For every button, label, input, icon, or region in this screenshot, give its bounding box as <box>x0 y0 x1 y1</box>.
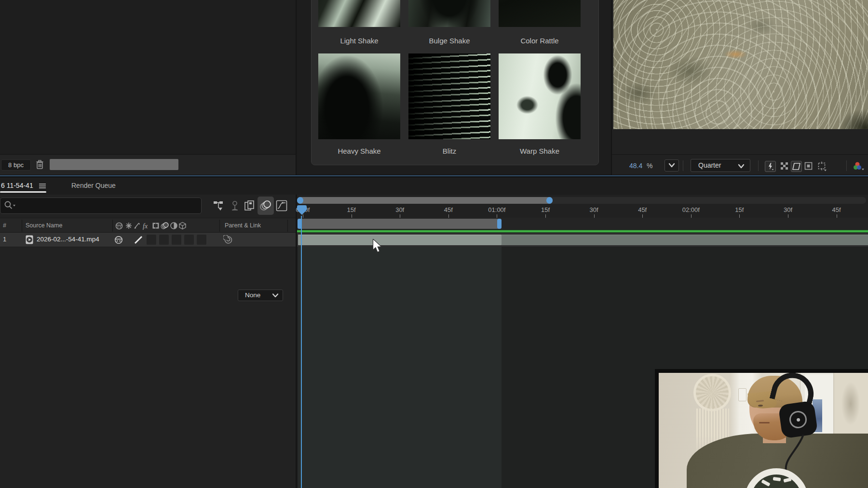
timeline-column-header: # Source Name fx <box>0 218 296 233</box>
macrame-wall-hanging <box>691 374 735 420</box>
magnification-value[interactable]: 48.4 <box>629 162 642 170</box>
navigator-start-handle[interactable] <box>297 197 303 204</box>
layer-duration-bar-outside[interactable] <box>502 235 868 245</box>
column-index[interactable]: # <box>3 222 6 229</box>
layer-index: 1 <box>3 236 6 243</box>
divider <box>612 154 868 155</box>
ruler-tick-mark <box>642 214 643 218</box>
divider[interactable] <box>112 220 113 232</box>
composition-mini-flowchart-button[interactable] <box>213 199 225 212</box>
video-footage-icon <box>25 235 34 245</box>
project-panel-footer: 8 bpc <box>0 154 296 175</box>
webcam-video <box>659 373 868 488</box>
grid-guides-button[interactable] <box>816 161 827 172</box>
magnification-dropdown[interactable] <box>665 159 679 171</box>
graph-editor-button[interactable] <box>275 199 288 212</box>
ruler-tick-mark <box>739 214 740 218</box>
resolution-value: Quarter <box>698 161 721 169</box>
ruler-tick-mark <box>400 214 400 218</box>
quality-icon <box>133 222 141 230</box>
work-area-end-handle[interactable] <box>497 219 502 229</box>
composition-viewer-panel <box>612 0 868 175</box>
draft-3d-button[interactable] <box>229 199 241 212</box>
preset-thumbnail-warp-shake[interactable] <box>499 53 581 139</box>
layer-row[interactable]: 1 2026-02...-54-41.mp4 <box>0 233 296 247</box>
time-navigator-bar[interactable] <box>297 197 553 204</box>
ruler-tick-label: 30f <box>590 206 598 213</box>
magnification-unit: % <box>647 162 652 170</box>
ruler-tick-label: 45f <box>638 206 647 213</box>
switch-slot[interactable] <box>184 235 194 245</box>
ruler-tick-label: 30f <box>784 206 792 213</box>
preset-thumbnail-bulge-shake[interactable] <box>408 0 490 27</box>
column-source-name[interactable]: Source Name <box>26 222 62 229</box>
divider[interactable] <box>219 220 220 232</box>
3d-layer-icon <box>178 222 187 230</box>
divider <box>758 160 759 171</box>
time-navigator-track[interactable] <box>297 197 866 204</box>
shy-icon[interactable] <box>114 235 123 244</box>
region-of-interest-button[interactable] <box>803 161 814 172</box>
headphones-earcup <box>778 400 818 439</box>
preset-label-blitz: Blitz <box>408 147 490 155</box>
mask-visibility-icon <box>791 161 801 171</box>
mask-visibility-button[interactable] <box>791 161 802 172</box>
effects-icon: fx <box>142 222 152 230</box>
horizontal-scrollbar[interactable] <box>50 159 178 170</box>
motion-blur-icon <box>259 199 272 212</box>
graph-editor-icon <box>275 199 288 212</box>
channel-settings-button[interactable] <box>853 161 864 172</box>
preset-thumbnail-blitz[interactable] <box>408 53 490 139</box>
channel-settings-icon <box>853 161 865 172</box>
active-tab-underline <box>0 191 46 193</box>
fast-previews-icon <box>765 161 775 171</box>
tab-render-queue[interactable]: Render Queue <box>71 182 116 189</box>
divider <box>846 160 847 171</box>
divider[interactable] <box>287 220 288 232</box>
panel-menu-icon[interactable] <box>39 183 46 189</box>
quality-best-icon[interactable] <box>133 235 144 245</box>
preset-thumbnail-heavy-shake[interactable] <box>318 53 400 139</box>
layer-source-name[interactable]: 2026-02...-54-41.mp4 <box>37 236 99 243</box>
resolution-dropdown[interactable]: Quarter <box>691 159 750 172</box>
preset-thumbnail-light-shake[interactable] <box>318 0 400 27</box>
divider[interactable] <box>22 220 22 232</box>
parent-link-dropdown[interactable]: None <box>238 290 283 301</box>
composition-preview[interactable] <box>613 0 868 129</box>
playhead-line[interactable] <box>301 216 302 488</box>
work-area-zone <box>297 218 868 230</box>
switch-slot[interactable] <box>172 235 181 245</box>
transparency-grid-button[interactable] <box>779 161 790 172</box>
parent-pickwhip-icon[interactable] <box>223 235 233 245</box>
ruler-tick-mark <box>497 214 497 218</box>
switch-slot[interactable] <box>197 235 206 245</box>
preset-label-light-shake: Light Shake <box>318 37 400 45</box>
divider <box>683 160 683 171</box>
delete-button[interactable] <box>35 159 45 170</box>
playhead-icon[interactable] <box>296 204 308 217</box>
bit-depth-button[interactable]: 8 bpc <box>1 159 31 171</box>
frame-blending-button[interactable] <box>244 199 256 212</box>
fast-previews-button[interactable] <box>765 161 776 172</box>
motion-blur-button[interactable] <box>258 197 274 215</box>
time-ruler[interactable]: 0:00f15f30f45f01:00f15f30f45f02:00f15f30… <box>297 205 868 218</box>
ruler-tick-mark <box>545 214 546 218</box>
parent-link-value: None <box>245 291 260 299</box>
layer-duration-bar[interactable] <box>298 235 502 245</box>
frame-blending-icon <box>244 199 256 212</box>
mouse-cursor <box>372 239 384 253</box>
timeline-search-input[interactable] <box>0 198 202 214</box>
preset-thumbnail-color-rattle[interactable] <box>499 0 581 27</box>
column-parent-link[interactable]: Parent & Link <box>225 222 261 229</box>
search-icon <box>3 199 17 212</box>
chevron-down-icon <box>736 160 746 171</box>
switch-slot[interactable] <box>159 235 169 245</box>
tab-composition[interactable]: 6 11-54-41 <box>1 182 33 189</box>
trash-icon <box>35 159 45 170</box>
work-area-bar[interactable] <box>298 219 502 229</box>
navigator-end-handle[interactable] <box>546 197 553 204</box>
ruler-tick-label: 45f <box>444 206 453 213</box>
ruler-tick-mark <box>448 214 449 218</box>
chevron-down-icon <box>271 290 280 301</box>
switch-slot[interactable] <box>147 235 156 245</box>
